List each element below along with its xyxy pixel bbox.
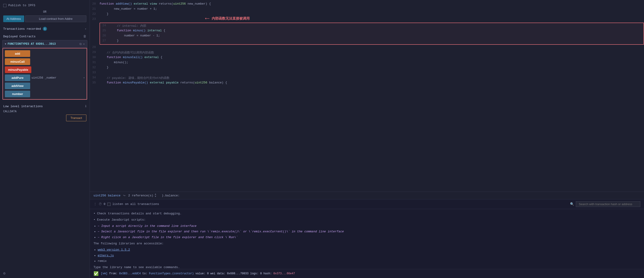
right-panel: 20 function addView() external view retu… xyxy=(90,0,644,278)
or-row: OR xyxy=(0,10,90,16)
infobar-extra: ).balance: xyxy=(162,194,180,197)
plugin-icon[interactable]: ⚙ xyxy=(3,271,6,276)
load-contract-button[interactable]: Load contract from Addre xyxy=(25,16,86,22)
refs-nav[interactable]: ▲ ▼ xyxy=(155,193,156,198)
transact-button[interactable]: Transact xyxy=(66,115,86,121)
deployed-contracts-section: ▼ FUNCTIONTYPES AT 0XD91...3913 ⧉ ✕ add … xyxy=(0,40,90,101)
at-address-button[interactable]: At Address xyxy=(3,16,24,22)
tx-search-icon[interactable]: 🔍 xyxy=(570,202,574,206)
deployed-contracts-label: Deployed Contracts xyxy=(3,35,36,38)
code-line-29: 29 // 合约内的函数可以调用内部函数 xyxy=(90,50,644,55)
code-line-22: 22 } xyxy=(90,12,644,17)
info-bar: uint256 balance ↪ 2 reference(s) ▲ ▼ ).b… xyxy=(90,192,644,199)
annotation-arrow-icon: ← xyxy=(205,14,209,23)
publish-row: Publish to IPFS xyxy=(0,2,90,10)
code-area: 20 function addView() external view retu… xyxy=(90,0,644,192)
low-level-header: Low level interactions ℹ xyxy=(3,104,86,108)
publish-checkbox[interactable] xyxy=(3,4,6,7)
clock-icon: ⏱ xyxy=(98,202,102,206)
publish-label: Publish to IPFS xyxy=(8,4,35,7)
code-line-26: 26 number = number - 1; xyxy=(100,34,644,39)
low-level-section: Low level interactions ℹ CALLDATA Transa… xyxy=(0,103,90,123)
ethers-link[interactable]: ethers.js xyxy=(98,254,114,257)
fn-addpure-param: uint256 _number xyxy=(32,76,56,80)
code-line-32: 32 } xyxy=(90,66,644,71)
fn-minuscall-row: minusCall xyxy=(5,58,85,65)
fn-addview-button[interactable]: addView xyxy=(5,83,30,89)
info-icon: ℹ xyxy=(85,104,86,108)
code-line-21: 21 new_number = number + 1; xyxy=(90,7,644,12)
web3-link[interactable]: web3 version 1.5.2 xyxy=(98,248,130,251)
contract-item: ▼ FUNCTIONTYPES AT 0XD91...3913 ⧉ ✕ add … xyxy=(2,40,87,100)
contract-header: ▼ FUNCTIONTYPES AT 0XD91...3913 ⧉ ✕ xyxy=(2,40,87,48)
annotation-container: ← 内部函数无法直接被调用 xyxy=(205,14,250,23)
code-line-25: 25 function minus() internal { xyxy=(100,29,644,34)
contract-expand-icon[interactable]: ▼ xyxy=(5,43,6,45)
tx-result-text: [vm] from: 0x5B3...eddC4 to: FunctionTyp… xyxy=(101,272,295,275)
code-line-23: 23 xyxy=(90,17,644,22)
code-line-30: 30 function minusCall() external { xyxy=(90,55,644,60)
transactions-recorded-header[interactable]: Transactions recorded 1 ▾ xyxy=(0,25,90,33)
tx-expand-icon[interactable]: ⋮ xyxy=(94,202,97,206)
trash-icon[interactable]: 🗑 xyxy=(83,35,86,38)
code-line-24: 24 // internal: 内部 xyxy=(100,24,644,29)
transactions-recorded-label: Transactions recorded xyxy=(3,27,41,31)
info-bar-refs: 2 reference(s) ▲ ▼ xyxy=(128,193,156,198)
tx-listen-label: listen on all transactions xyxy=(112,202,159,206)
contract-functions: add minusCall minusPayable addPure uint2… xyxy=(2,48,87,100)
code-line-35: 35 function minusPayable() external paya… xyxy=(90,81,644,86)
contract-copy-icon[interactable]: ⧉ xyxy=(80,43,82,46)
low-level-title: Low level interactions xyxy=(3,105,43,108)
refs-count: 2 reference(s) xyxy=(128,194,154,197)
contract-name: FUNCTIONTYPES AT 0XD91...3913 xyxy=(8,43,78,46)
calldata-label: CALLDATA xyxy=(3,110,86,113)
annotation-text: 内部函数无法直接被调用 xyxy=(212,16,250,21)
tx-search-input[interactable] xyxy=(576,201,640,207)
deployed-contracts-header[interactable]: Deployed Contracts 🗑 xyxy=(0,33,90,40)
code-line-31: 31 minus(); xyxy=(90,60,644,66)
fn-add-button[interactable]: add xyxy=(5,50,30,57)
fn-number-button[interactable]: number xyxy=(5,91,30,97)
code-line-20: 20 function addView() external view retu… xyxy=(90,2,644,7)
bottom-bar: ⚙ xyxy=(0,269,90,276)
tx-count: 0 xyxy=(104,202,106,206)
code-line-27: 27 } xyxy=(100,39,644,44)
fn-addpure-row: addPure uint256 _number ▾ xyxy=(5,75,85,81)
address-buttons: At Address Load contract from Addre xyxy=(0,16,90,25)
tx-success-icon: ✅ xyxy=(94,271,98,276)
tx-panel: ⋮ ⏱ 0 listen on all transactions 🔍 • Che… xyxy=(90,199,644,278)
highlighted-internal-block: 24 // internal: 内部 25 function minus() i… xyxy=(100,23,644,45)
fn-minuscall-button[interactable]: minusCall xyxy=(5,58,30,65)
fn-minuspayable-button[interactable]: minusPayable xyxy=(5,66,31,73)
fn-add-row: add xyxy=(5,50,85,57)
left-panel: Publish to IPFS OR At Address Load contr… xyxy=(0,0,90,278)
code-line-34: 34 // payable: 递钱，能给合约支付eth的函数 xyxy=(90,76,644,81)
tx-result: ✅ [vm] from: 0x5B3...eddC4 to: FunctionT… xyxy=(90,269,644,278)
tx-content: • Check transactions details and start d… xyxy=(90,209,644,269)
contract-close-icon[interactable]: ✕ xyxy=(83,42,85,46)
fn-addpure-expand-icon[interactable]: ▾ xyxy=(83,76,85,79)
fn-minuspayable-row: minusPayable xyxy=(5,66,85,73)
code-line-28: 28 xyxy=(90,45,644,50)
tx-listen-checkbox[interactable] xyxy=(107,203,110,206)
share-icon: ↪ xyxy=(123,193,126,198)
tx-controls: ⋮ ⏱ 0 listen on all transactions 🔍 xyxy=(90,199,644,209)
code-line-33: 33 xyxy=(90,71,644,76)
fn-addview-row: addView xyxy=(5,83,85,89)
transactions-chevron-icon: ▾ xyxy=(85,28,86,31)
fn-number-row: number xyxy=(5,91,85,97)
transactions-badge: 1 xyxy=(43,27,47,31)
infobar-type: uint256 balance xyxy=(94,194,120,197)
fn-addpure-button[interactable]: addPure xyxy=(5,75,30,81)
